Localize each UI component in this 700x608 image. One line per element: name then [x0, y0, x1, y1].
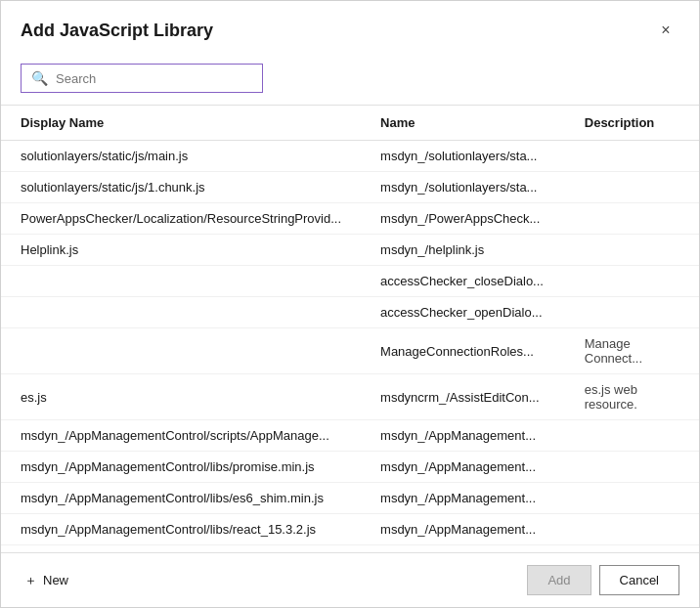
- cell-display-name: msdyn_/AppManagementControl/scripts/AppM…: [1, 420, 361, 452]
- table-row[interactable]: msdyn_/AppManagementControl/libs/es6_shi…: [1, 483, 699, 514]
- table-row[interactable]: msdyn_/AppManagementControl/scripts/AppM…: [1, 420, 699, 452]
- add-javascript-library-dialog: Add JavaScript Library × 🔍 Display Name …: [0, 0, 700, 608]
- cell-name: msdyn_/AppManagement...: [361, 514, 565, 545]
- table-header-row: Display Name Name Description: [1, 106, 699, 141]
- close-button[interactable]: ×: [652, 17, 679, 44]
- cell-name: msdyn_/AppManagement...: [361, 420, 565, 452]
- search-box: 🔍: [21, 64, 263, 93]
- table-row[interactable]: msdyn_/AppManagementControl/libs/react_1…: [1, 514, 699, 545]
- cell-description: [565, 514, 699, 545]
- cell-name: accessChecker_closeDialo...: [361, 266, 565, 297]
- dialog-title: Add JavaScript Library: [21, 21, 213, 41]
- cell-name: msdyn_/helplink.js: [361, 235, 565, 266]
- col-description: Description: [565, 106, 699, 141]
- cell-description: [565, 235, 699, 266]
- cell-display-name: [1, 266, 361, 297]
- cell-description: [565, 483, 699, 514]
- cancel-button[interactable]: Cancel: [599, 565, 679, 595]
- new-label: New: [43, 573, 68, 587]
- cell-description: [565, 420, 699, 452]
- search-input[interactable]: [56, 71, 252, 86]
- cell-name: msdyn_/solutionlayers/sta...: [361, 141, 565, 172]
- cell-description: [565, 297, 699, 328]
- cell-description: [565, 266, 699, 297]
- cell-display-name: solutionlayers/static/js/main.js: [1, 141, 361, 172]
- cell-display-name: msdyn_/AppManagementControl/libs/react_1…: [1, 514, 361, 545]
- dialog-footer: ＋ New Add Cancel: [1, 552, 699, 607]
- add-button[interactable]: Add: [527, 565, 591, 595]
- cell-display-name: msdyn_/AppManagementControl/libs/es6_shi…: [1, 483, 361, 514]
- col-display-name: Display Name: [1, 106, 361, 141]
- library-table: Display Name Name Description solutionla…: [1, 106, 699, 545]
- cell-name: msdyn_/AppManagement...: [361, 483, 565, 514]
- table-row[interactable]: accessChecker_openDialo...: [1, 297, 699, 328]
- cell-display-name: msdyn_/AppManagementControl/libs/promise…: [1, 452, 361, 483]
- new-button[interactable]: ＋ New: [21, 566, 72, 595]
- cell-display-name: [1, 297, 361, 328]
- table-container[interactable]: Display Name Name Description solutionla…: [1, 105, 699, 552]
- cell-description: Manage Connect...: [565, 328, 699, 374]
- cell-display-name: Helplink.js: [1, 235, 361, 266]
- table-row[interactable]: ManageConnectionRoles...Manage Connect..…: [1, 328, 699, 374]
- cell-name: msdyncrm_/AssistEditCon...: [361, 374, 565, 420]
- cell-name: msdyn_/AppManagement...: [361, 452, 565, 483]
- cell-description: [565, 452, 699, 483]
- cell-description: [565, 141, 699, 172]
- cell-name: msdyn_/PowerAppsCheck...: [361, 203, 565, 235]
- table-row[interactable]: PowerAppsChecker/Localization/ResourceSt…: [1, 203, 699, 235]
- table-row[interactable]: accessChecker_closeDialo...: [1, 266, 699, 297]
- cell-description: [565, 172, 699, 203]
- table-row[interactable]: Helplink.jsmsdyn_/helplink.js: [1, 235, 699, 266]
- search-area: 🔍: [1, 54, 699, 105]
- footer-actions: Add Cancel: [527, 565, 679, 595]
- table-row[interactable]: solutionlayers/static/js/main.jsmsdyn_/s…: [1, 141, 699, 172]
- cell-display-name: es.js: [1, 374, 361, 420]
- cell-description: es.js web resource.: [565, 374, 699, 420]
- cell-name: ManageConnectionRoles...: [361, 328, 565, 374]
- cell-name: accessChecker_openDialo...: [361, 297, 565, 328]
- col-name: Name: [361, 106, 565, 141]
- cell-display-name: PowerAppsChecker/Localization/ResourceSt…: [1, 203, 361, 235]
- cell-name: msdyn_/solutionlayers/sta...: [361, 172, 565, 203]
- cell-display-name: [1, 328, 361, 374]
- cell-description: [565, 203, 699, 235]
- cell-display-name: solutionlayers/static/js/1.chunk.js: [1, 172, 361, 203]
- plus-icon: ＋: [24, 572, 37, 589]
- table-row[interactable]: msdyn_/AppManagementControl/libs/promise…: [1, 452, 699, 483]
- table-row[interactable]: es.jsmsdyncrm_/AssistEditCon...es.js web…: [1, 374, 699, 420]
- search-icon: 🔍: [31, 70, 48, 86]
- table-row[interactable]: solutionlayers/static/js/1.chunk.jsmsdyn…: [1, 172, 699, 203]
- dialog-header: Add JavaScript Library ×: [1, 1, 699, 54]
